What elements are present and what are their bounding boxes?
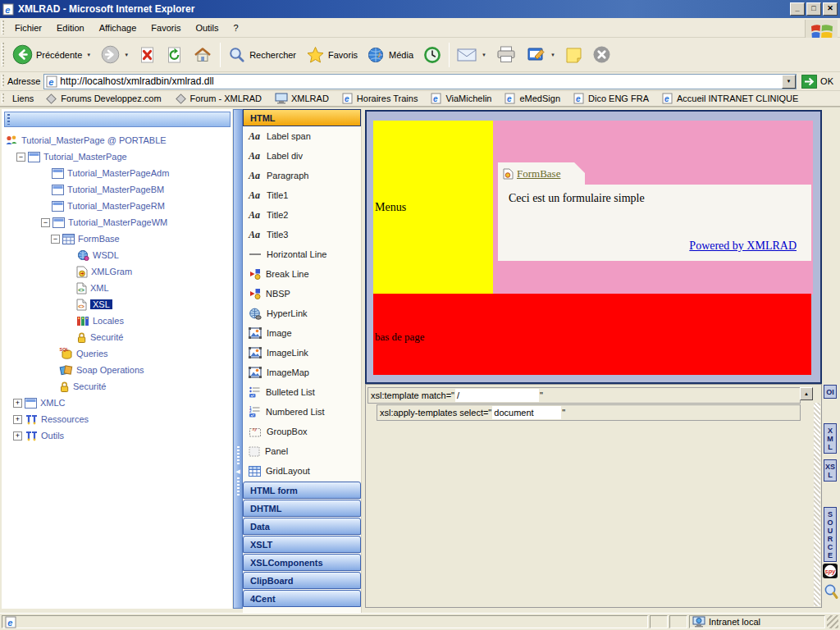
tree-item-project-root[interactable]: Tutorial_MasterPage @ PORTABLE <box>2 132 232 148</box>
link-accueil-intranet[interactable]: e Accueil INTRANET CLINIQUE <box>655 93 805 104</box>
favorites-button[interactable]: Favoris <box>302 44 362 66</box>
address-field[interactable]: e ▼ <box>43 74 797 89</box>
link-horaires-trains[interactable]: e Horaires Trains <box>336 93 425 104</box>
tree-item-outils[interactable]: Outils <box>2 427 232 444</box>
toolbox-section-clipboard[interactable]: ClipBoard <box>243 572 361 589</box>
toolbox-item-imagemap[interactable]: ImageMap <box>243 363 361 382</box>
refresh-button[interactable] <box>162 44 187 66</box>
tree-item-tutorial-masterpagebm[interactable]: Tutorial_MasterPageBM <box>2 181 232 198</box>
toolbox-item-break-line[interactable]: Break Line <box>243 264 361 284</box>
tree-item-ressources[interactable]: Ressources <box>2 411 232 427</box>
zoom-button[interactable] <box>824 583 838 600</box>
media-button[interactable]: ♪ Média <box>363 44 418 66</box>
tree-splitter[interactable]: ◀ <box>233 109 243 609</box>
splitter-grip[interactable] <box>237 446 240 466</box>
tree-item-xmlc[interactable]: XMLC <box>2 395 232 411</box>
link-viamichelin[interactable]: e ViaMichelin <box>424 93 498 104</box>
collapse-left-icon[interactable]: ◀ <box>235 468 240 475</box>
menu-edition[interactable]: Edition <box>49 20 92 36</box>
source-view-button[interactable]: SOURCE <box>824 507 837 562</box>
messenger-button[interactable] <box>588 43 615 66</box>
collapse-icon[interactable] <box>16 153 25 162</box>
tree-header-grip[interactable] <box>7 114 10 125</box>
spy-button[interactable]: spy <box>823 564 838 578</box>
expand-icon[interactable] <box>13 399 22 408</box>
toolbox-section-xslcomponents[interactable]: XSLComponents <box>243 554 361 571</box>
splitter-grip[interactable] <box>237 477 240 497</box>
editor-resize-gutter[interactable] <box>814 403 820 606</box>
link-xmlrad[interactable]: XMLRAD <box>268 93 336 104</box>
toolbox-item-image[interactable]: Image <box>243 323 361 343</box>
tree-item-locales[interactable]: Locales <box>2 313 232 329</box>
toolbox-item-title3[interactable]: AaTitle3 <box>243 225 361 244</box>
toolbox-section-4cent[interactable]: 4Cent <box>243 590 361 607</box>
tree-item-soap-operations[interactable]: Soap Operations <box>2 362 232 378</box>
menu-fichier[interactable]: Fichier <box>7 20 49 36</box>
toolbox-section-html[interactable]: HTML <box>243 109 361 126</box>
powered-by-link[interactable]: Powered by XMLRAD <box>689 240 797 253</box>
minimize-button[interactable]: _ <box>790 2 805 16</box>
back-button[interactable]: Précédente ▼ <box>8 43 95 66</box>
footer-zone[interactable]: bas de page <box>373 294 811 375</box>
formbase-tab[interactable]: FormBase <box>498 162 585 185</box>
menu-favoris[interactable]: Favoris <box>144 20 188 36</box>
collapse-icon[interactable] <box>41 218 50 227</box>
toolbox-item-panel[interactable]: Panel <box>243 441 361 461</box>
menu-outils[interactable]: Outils <box>188 20 226 36</box>
tree-item-securite-2[interactable]: Securité <box>2 378 232 395</box>
tree-item-tutorial-masterpageadm[interactable]: Tutorial_MasterPageAdm <box>2 165 232 181</box>
toolbox-item-numbered-list[interactable]: 12Numbered List <box>243 402 361 422</box>
formbase-panel[interactable]: Ceci est un formulaire simple Powered by… <box>498 185 811 261</box>
tree-item-xsl[interactable]: <> XSL <box>2 296 232 313</box>
menubar-grip[interactable] <box>2 21 4 34</box>
search-button[interactable]: Rechercher <box>224 44 300 66</box>
edit-button[interactable]: ▼ <box>523 45 559 65</box>
note-button[interactable] <box>561 45 587 65</box>
expand-icon[interactable] <box>13 415 22 424</box>
toolbox-item-label-div[interactable]: AaLabel div <box>243 146 361 166</box>
expand-icon[interactable] <box>13 431 22 441</box>
xml-view-button[interactable]: XML <box>824 423 837 454</box>
address-input[interactable] <box>58 75 782 88</box>
tree-item-xmlgram[interactable]: XMLGram <box>2 263 232 280</box>
collapse-icon[interactable] <box>51 235 60 244</box>
link-emedsign[interactable]: e eMedSign <box>498 93 567 104</box>
tree-item-securite-1[interactable]: Securité <box>2 329 232 345</box>
match-value-input[interactable]: / <box>455 389 539 402</box>
scroll-up-button[interactable]: ▲ <box>800 387 813 400</box>
toolbox-item-imagelink[interactable]: ImageLink <box>243 343 361 363</box>
menus-zone[interactable]: Menus <box>373 121 493 294</box>
address-dropdown-button[interactable]: ▼ <box>782 75 796 89</box>
home-button[interactable] <box>189 44 217 66</box>
xsl-view-button[interactable]: XSL <box>824 459 837 482</box>
edit-dropdown-icon[interactable]: ▼ <box>550 52 555 57</box>
toolbox-item-gridlayout[interactable]: GridLayout <box>243 461 361 481</box>
addressbar-grip[interactable] <box>2 75 4 87</box>
go-button[interactable]: OK <box>797 75 840 89</box>
link-dico-eng-fra[interactable]: e Dico ENG FRA <box>567 93 655 104</box>
history-button[interactable] <box>419 44 445 66</box>
back-dropdown-icon[interactable]: ▼ <box>86 52 91 57</box>
stop-button[interactable] <box>135 44 160 66</box>
tree-item-tutorial-masterpagerm[interactable]: Tutorial_MasterPageRM <box>2 198 232 214</box>
toolbox-item-nbsp[interactable]: NBSP <box>243 284 361 304</box>
toolbox-section-xslt[interactable]: XSLT <box>243 536 361 553</box>
menu-help[interactable]: ? <box>226 20 246 36</box>
forward-button[interactable]: ▼ <box>97 43 133 66</box>
tree-item-tutorial-masterpage[interactable]: Tutorial_MasterPage <box>2 148 232 165</box>
tree-item-queries[interactable]: SQL Queries <box>2 345 232 362</box>
close-button[interactable]: ✕ <box>823 2 838 16</box>
maximize-button[interactable]: □ <box>806 2 821 16</box>
toolbox-item-title1[interactable]: AaTitle1 <box>243 185 361 205</box>
link-forum-xmlrad[interactable]: Forum - XMLRAD <box>168 93 268 105</box>
toolbox-item-horizontal-line[interactable]: Horizontal Line <box>243 244 361 264</box>
print-button[interactable] <box>492 44 521 65</box>
tree-item-tutorial-masterpagewm[interactable]: Tutorial_MasterPageWM <box>2 214 232 231</box>
code-line-apply-templates[interactable]: xsl:apply-templates select="document" <box>377 404 801 421</box>
toolbox-item-hyperlink[interactable]: HyperLink <box>243 304 361 323</box>
tree-header-bar[interactable] <box>4 112 231 127</box>
tree-item-wsdl[interactable]: WSDL <box>2 247 232 263</box>
code-line-template[interactable]: xsl:template match="/" <box>368 387 801 404</box>
link-forums-developpez[interactable]: Forums Developpez.com <box>39 93 167 105</box>
linksbar-grip[interactable] <box>2 94 4 104</box>
